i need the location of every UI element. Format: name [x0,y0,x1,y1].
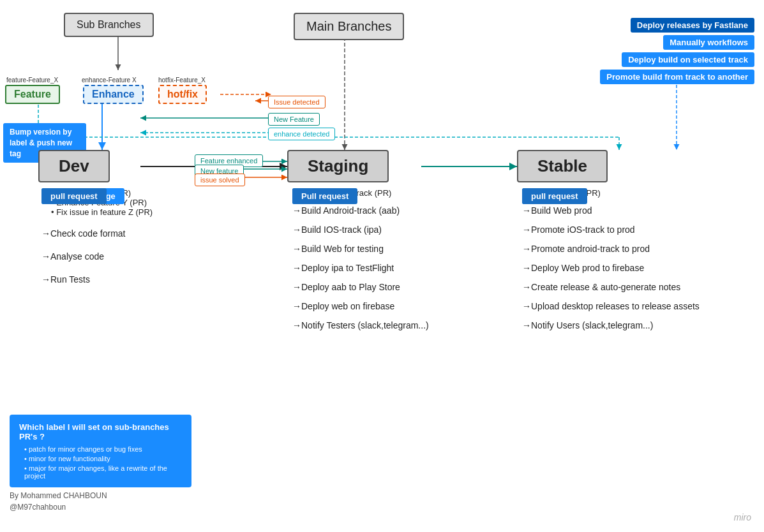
dev-branch-box: Dev [38,150,110,182]
staging-action-5: →Deploy aab to Play Store [292,282,429,292]
stable-section-content: Merge pull request • Version *.*.* (PR) … [522,188,700,330]
main-branches-label: Main Branches [306,19,391,33]
stable-action-5: →Create release & auto-generate notes [522,282,700,292]
credit-line2: @M97chahboun [10,501,107,513]
dev-actions: →Check code format →Analyse code →Run Te… [41,228,153,284]
staging-action-6: →Deploy web on firebase [292,301,429,311]
info-bullet-1: • patch for minor changes or bug fixes [24,445,182,453]
main-branches-box: Main Branches [294,13,404,40]
enhance-label: enhance-Feature X [82,77,137,84]
stable-action-6: →Upload desktop releases to release asse… [522,301,700,311]
staging-action-1: →Build Android-track (aab) [292,205,429,216]
stable-action-3: →Promote android-track to prod [522,244,700,254]
info-box: Which label I will set on sub-branches P… [10,415,191,487]
miro-badge: miro [734,512,751,522]
enhance-box: Enhance [83,85,144,104]
action-promote: Promote build from track to another [600,70,754,84]
staging-action-2: →Build IOS-track (ipa) [292,225,429,235]
feature-label: feature-Feature_X [6,77,58,84]
staging-branch-box: Staging [287,150,389,182]
action-deploy-track: Deploy build on selected track [622,52,754,67]
stable-action-4: →Deploy Web prod to firebase [522,263,700,273]
staging-action-4: →Deploy ipa to TestFlight [292,263,429,273]
dev-pull-request-box: pull request [41,188,107,204]
hotfix-label: hotfix-Feature_X [158,77,206,84]
sub-branches-label: Sub Branches [77,19,141,30]
staging-actions: →Build Android-track (aab) →Build IOS-tr… [292,205,429,330]
info-bullet-2: • minor for new functionality [24,455,182,462]
credit-line1: By Mohammed CHAHBOUN [10,490,107,501]
dev-action-2: →Analyse code [41,251,153,262]
feature-box: Feature [5,85,60,104]
dev-action-1: →Check code format [41,228,153,239]
info-bullet-3: • major for major changes, like a rewrit… [24,464,182,480]
new-feature-flow-box: New Feature [268,113,320,126]
sub-branches-box: Sub Branches [64,13,154,37]
stable-action-2: →Promote iOS-track to prod [522,225,700,235]
action-fastlane: Deploy releases by Fastlane [631,18,754,33]
staging-action-7: →Notify Testers (slack,telegram...) [292,320,429,330]
stable-pull-request-box: pull request [522,188,587,204]
stable-branch-box: Stable [517,150,608,182]
staging-pull-request-box: Pull request [292,188,357,204]
stable-action-7: →Notify Users (slack,telegram...) [522,320,700,330]
credit: By Mohammed CHAHBOUN @M97chahboun [10,490,107,513]
staging-action-3: →Build Web for testing [292,244,429,254]
issue-solved-box: issue solved [195,174,245,186]
info-box-title: Which label I will set on sub-branches P… [19,422,182,441]
diagram-container: Sub Branches Main Branches feature-Featu… [0,0,764,532]
hotfix-box: hot/fix [158,85,207,104]
stable-action-1: →Build Web prod [522,205,700,216]
enhance-detected-box: enhance detected [268,128,335,140]
issue-detected-box: Issue detected [268,96,326,108]
dev-section-content: Squash & Merge pull request • New Featur… [41,188,153,284]
dev-action-3: →Run Tests [41,274,153,284]
dev-bullet-3: • Fix issue in feature Z (PR) [51,207,153,217]
stable-actions: →Build Web prod →Promote iOS-track to pr… [522,205,700,330]
staging-section-content: Merge Pull request • Version *.*.*-track… [292,188,429,330]
action-manual: Manually workflows [663,35,754,50]
